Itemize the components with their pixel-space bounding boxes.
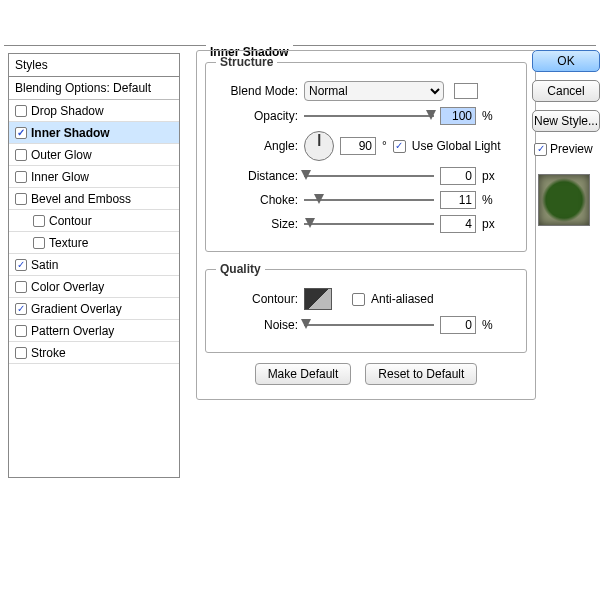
style-row-outer-glow[interactable]: Outer Glow	[9, 144, 179, 166]
noise-unit: %	[482, 318, 493, 332]
style-checkbox[interactable]	[15, 281, 27, 293]
size-input[interactable]	[440, 215, 476, 233]
opacity-unit: %	[482, 109, 493, 123]
blending-options-row[interactable]: Blending Options: Default	[9, 77, 179, 100]
style-row-satin[interactable]: ✓Satin	[9, 254, 179, 276]
opacity-input[interactable]	[440, 107, 476, 125]
distance-input[interactable]	[440, 167, 476, 185]
style-label: Contour	[49, 214, 92, 228]
style-label: Pattern Overlay	[31, 324, 114, 338]
style-label: Satin	[31, 258, 58, 272]
styles-list: Styles Blending Options: Default Drop Sh…	[8, 53, 180, 478]
anti-aliased-label: Anti-aliased	[371, 292, 434, 306]
opacity-slider[interactable]	[304, 109, 434, 123]
style-checkbox[interactable]: ✓	[15, 303, 27, 315]
size-slider[interactable]	[304, 217, 434, 231]
structure-group: Structure Blend Mode: Normal Opacity: % …	[205, 55, 527, 252]
choke-label: Choke:	[216, 193, 298, 207]
style-checkbox[interactable]	[15, 149, 27, 161]
blend-color-swatch[interactable]	[454, 83, 478, 99]
style-row-texture[interactable]: Texture	[9, 232, 179, 254]
reset-default-button[interactable]: Reset to Default	[365, 363, 477, 385]
size-label: Size:	[216, 217, 298, 231]
blend-mode-label: Blend Mode:	[216, 84, 298, 98]
style-checkbox[interactable]	[15, 193, 27, 205]
styles-header[interactable]: Styles	[9, 54, 179, 77]
style-row-stroke[interactable]: Stroke	[9, 342, 179, 364]
new-style-button[interactable]: New Style...	[532, 110, 600, 132]
distance-label: Distance:	[216, 169, 298, 183]
style-checkbox[interactable]	[33, 237, 45, 249]
style-checkbox[interactable]: ✓	[15, 259, 27, 271]
noise-input[interactable]	[440, 316, 476, 334]
style-label: Gradient Overlay	[31, 302, 122, 316]
blend-mode-select[interactable]: Normal	[304, 81, 444, 101]
style-row-pattern-overlay[interactable]: Pattern Overlay	[9, 320, 179, 342]
style-label: Color Overlay	[31, 280, 104, 294]
contour-label: Contour:	[216, 292, 298, 306]
style-label: Inner Shadow	[31, 126, 110, 140]
choke-input[interactable]	[440, 191, 476, 209]
choke-unit: %	[482, 193, 493, 207]
cancel-button[interactable]: Cancel	[532, 80, 600, 102]
style-label: Drop Shadow	[31, 104, 104, 118]
style-checkbox[interactable]	[33, 215, 45, 227]
quality-group: Quality Contour: Anti-aliased Noise: %	[205, 262, 527, 353]
distance-unit: px	[482, 169, 495, 183]
style-row-bevel-and-emboss[interactable]: Bevel and Emboss	[9, 188, 179, 210]
style-row-color-overlay[interactable]: Color Overlay	[9, 276, 179, 298]
contour-picker[interactable]	[304, 288, 332, 310]
style-checkbox[interactable]	[15, 171, 27, 183]
size-unit: px	[482, 217, 495, 231]
noise-label: Noise:	[216, 318, 298, 332]
style-label: Texture	[49, 236, 88, 250]
noise-slider[interactable]	[304, 318, 434, 332]
global-light-label: Use Global Light	[412, 139, 501, 153]
style-label: Stroke	[31, 346, 66, 360]
right-column: OK Cancel New Style... ✓ Preview	[548, 50, 600, 226]
structure-legend: Structure	[216, 55, 277, 69]
preview-thumbnail	[538, 174, 590, 226]
style-checkbox[interactable]	[15, 347, 27, 359]
style-row-drop-shadow[interactable]: Drop Shadow	[9, 100, 179, 122]
style-checkbox[interactable]: ✓	[15, 127, 27, 139]
preview-checkbox[interactable]: ✓	[534, 143, 547, 156]
style-checkbox[interactable]	[15, 105, 27, 117]
choke-slider[interactable]	[304, 193, 434, 207]
angle-dial[interactable]	[304, 131, 334, 161]
style-row-inner-shadow[interactable]: ✓Inner Shadow	[9, 122, 179, 144]
style-row-contour[interactable]: Contour	[9, 210, 179, 232]
global-light-checkbox[interactable]: ✓	[393, 140, 406, 153]
style-row-inner-glow[interactable]: Inner Glow	[9, 166, 179, 188]
preview-label: Preview	[550, 142, 593, 156]
angle-unit: °	[382, 139, 387, 153]
angle-input[interactable]	[340, 137, 376, 155]
style-label: Inner Glow	[31, 170, 89, 184]
anti-aliased-checkbox[interactable]	[352, 293, 365, 306]
angle-label: Angle:	[216, 139, 298, 153]
style-checkbox[interactable]	[15, 325, 27, 337]
inner-shadow-panel: Structure Blend Mode: Normal Opacity: % …	[196, 50, 536, 400]
distance-slider[interactable]	[304, 169, 434, 183]
style-label: Bevel and Emboss	[31, 192, 131, 206]
make-default-button[interactable]: Make Default	[255, 363, 352, 385]
ok-button[interactable]: OK	[532, 50, 600, 72]
style-label: Outer Glow	[31, 148, 92, 162]
quality-legend: Quality	[216, 262, 265, 276]
opacity-label: Opacity:	[216, 109, 298, 123]
style-row-gradient-overlay[interactable]: ✓Gradient Overlay	[9, 298, 179, 320]
